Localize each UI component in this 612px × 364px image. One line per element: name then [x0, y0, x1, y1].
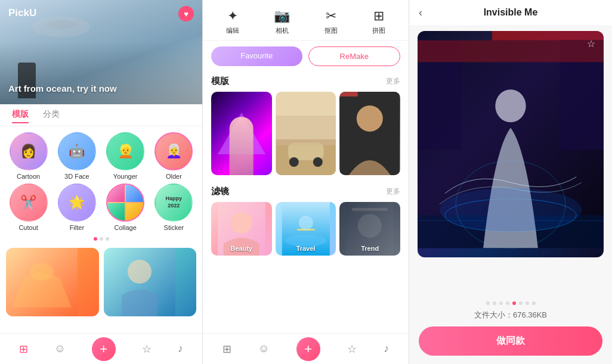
label-older: Older [166, 173, 182, 180]
p3-dot-4 [506, 301, 509, 305]
feature-grid: 👩 Cartoon 🤖 3D Face 👱 Younger 👩‍🦳 Older [0, 126, 202, 235]
nav2-profile[interactable]: ♪ [384, 343, 389, 355]
svg-point-16 [231, 212, 252, 234]
svg-point-13 [357, 105, 383, 132]
image-dots [409, 297, 612, 307]
edit-label: 编辑 [226, 26, 239, 35]
edit-toolbar: ✦ 编辑 📷 相机 ✂ 抠图 ⊞ 拼图 [203, 0, 409, 41]
section-filter-title: 滤镜 [211, 186, 229, 197]
action-button[interactable]: 做同款 [419, 326, 602, 356]
label-collage: Collage [114, 224, 136, 231]
content-tabs: 模版 分类 [0, 104, 202, 126]
edit-icon: ✦ [227, 8, 238, 24]
grid-item-filter[interactable]: 🌟 Filter [54, 183, 99, 231]
avatar-3dface: 🤖 [58, 132, 96, 170]
avatar-collage [106, 183, 144, 222]
grid-item-cartoon[interactable]: 👩 Cartoon [6, 132, 51, 180]
app-logo: PickU [8, 7, 36, 19]
svg-rect-27 [418, 41, 604, 63]
label-cartoon: Cartoon [17, 173, 40, 180]
grid-item-collage[interactable]: Collage [103, 183, 148, 231]
avatar-sticker: Happy2022 [154, 183, 193, 222]
back-button[interactable]: ‹ [419, 7, 422, 19]
dot-3 [106, 237, 109, 241]
label-cutout: Cutout [18, 224, 38, 231]
camera-icon: 📷 [274, 8, 290, 24]
banner-text: Art from ocean, try it now [8, 83, 117, 94]
nav-create-button[interactable]: + [92, 337, 116, 361]
section-template-title: 模版 [211, 76, 229, 87]
grid-item-3dface[interactable]: 🤖 3D Face [54, 132, 99, 180]
label-3dface: 3D Face [64, 173, 89, 180]
toolbar-camera[interactable]: 📷 相机 [274, 8, 290, 35]
svg-point-33 [440, 188, 582, 231]
svg-point-22 [358, 214, 382, 238]
nav2-home[interactable]: ⊞ [222, 343, 231, 356]
section-filter-more[interactable]: 更多 [386, 186, 400, 197]
banner-header: PickU ♥ Art from ocean, try it now [0, 0, 202, 104]
template-card-3[interactable] [339, 92, 400, 175]
section-template-header: 模版 更多 [203, 72, 409, 92]
filter-card-trend[interactable]: Trend [339, 202, 400, 256]
panel-picku-main: PickU ♥ Art from ocean, try it now 模版 分类… [0, 0, 203, 364]
svg-point-9 [289, 157, 299, 167]
filter-label-trend: Trend [361, 245, 379, 252]
file-size-label: 文件大小：676.36KB [409, 307, 612, 326]
label-filter: Filter [70, 224, 84, 231]
filter-remake-btn[interactable]: ReMake [308, 46, 401, 66]
star-icon[interactable]: ☆ [587, 38, 595, 49]
label-sticker: Sticker [164, 224, 184, 231]
grid-item-sticker[interactable]: Happy2022 Sticker [152, 183, 196, 231]
nav-favorites[interactable]: ☆ [142, 343, 152, 356]
filter-card-travel[interactable]: Travel [276, 202, 336, 256]
nav2-discover[interactable]: ☺ [258, 343, 269, 355]
svg-point-32 [495, 89, 526, 122]
filter-label-beauty: Beauty [230, 245, 252, 252]
svg-rect-11 [276, 116, 336, 145]
svg-point-4 [128, 260, 152, 284]
cutout-label: 抠图 [324, 26, 338, 35]
toolbar-edit[interactable]: ✦ 编辑 [226, 8, 239, 35]
nav-profile[interactable]: ♪ [178, 343, 183, 355]
svg-point-10 [313, 157, 323, 167]
section-template-more[interactable]: 更多 [386, 76, 400, 86]
camera-label: 相机 [276, 26, 289, 35]
grid-item-older[interactable]: 👩‍🦳 Older [152, 132, 196, 180]
grid-item-younger[interactable]: 👱 Younger [103, 132, 148, 180]
banner-card-india[interactable] [6, 248, 99, 316]
main-image: ☆ [418, 31, 604, 257]
banner-cards [0, 243, 202, 333]
dot-1 [94, 237, 97, 241]
p3-dot-6 [519, 301, 523, 305]
p3-dot-8 [532, 301, 536, 305]
toolbar-collage[interactable]: ⊞ 拼图 [372, 8, 385, 35]
tab-category[interactable]: 分类 [43, 109, 60, 123]
filter-favourite-btn[interactable]: Favourite [211, 46, 302, 66]
avatar-younger: 👱 [106, 132, 144, 170]
tab-template[interactable]: 模版 [12, 109, 29, 123]
image-container: ☆ [409, 25, 612, 297]
panel-template-select: ✦ 编辑 📷 相机 ✂ 抠图 ⊞ 拼图 Favourite ReMake 模版 … [203, 0, 409, 364]
nav-discover[interactable]: ☺ [54, 343, 65, 355]
grid-item-cutout[interactable]: ✂️ Cutout [6, 183, 51, 231]
dot-2 [100, 237, 103, 241]
avatar-cutout: ✂️ [10, 183, 48, 222]
nav2-favorites[interactable]: ☆ [347, 343, 357, 356]
detail-title: Invisible Me [484, 7, 538, 18]
nav2-create-button[interactable]: + [296, 337, 320, 361]
section-filter-header: 滤镜 更多 [203, 182, 409, 202]
template-card-1[interactable] [211, 92, 272, 175]
svg-rect-14 [340, 92, 358, 97]
toolbar-cutout[interactable]: ✂ 抠图 [324, 8, 338, 35]
grid-icon: ⊞ [373, 8, 384, 24]
filter-cards: Beauty Travel [203, 202, 409, 263]
banner-card-portrait[interactable] [104, 248, 197, 316]
avatar-older: 👩‍🦳 [154, 132, 193, 170]
filter-buttons: Favourite ReMake [203, 41, 409, 72]
svg-point-20 [299, 216, 313, 230]
template-card-2[interactable] [276, 92, 336, 175]
p3-dot-2 [493, 301, 496, 305]
nav-home[interactable]: ⊞ [19, 343, 28, 356]
heart-icon[interactable]: ♥ [178, 6, 194, 21]
filter-card-beauty[interactable]: Beauty [211, 202, 272, 256]
